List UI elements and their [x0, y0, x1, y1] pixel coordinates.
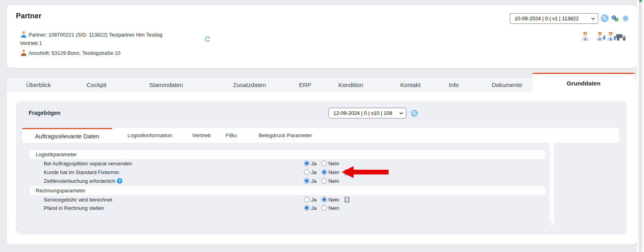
- person-download-icon[interactable]: [596, 31, 606, 41]
- radio-ja[interactable]: [304, 205, 309, 211]
- chevron-down-icon: [399, 112, 403, 114]
- radio-nein-label[interactable]: Nein: [329, 178, 339, 184]
- questionnaire-version-value: 12-09-2024 | 0 | v10 | 108: [333, 110, 392, 116]
- question-row: Zeitfensterbuchung erforderlich? Ja Nein: [16, 176, 627, 185]
- subtab-auftragsrelevante-daten-active[interactable]: Auftragsrelevante Daten: [22, 128, 112, 143]
- question-row: Bei Auftragssplitten separat versenden? …: [16, 159, 627, 168]
- refresh-icon[interactable]: [204, 36, 211, 43]
- radio-ja[interactable]: [304, 178, 309, 184]
- radio-group: Ja Nein: [304, 204, 342, 212]
- tab-cockpit[interactable]: Cockpit: [87, 78, 106, 92]
- tab-kontakt[interactable]: Kontakt: [400, 78, 421, 92]
- question-row: Servicegebühr wird berechnet? Ja Nein: [16, 195, 627, 204]
- question-row: Pfand in Rechnung stellen? Ja Nein: [16, 204, 627, 212]
- radio-ja-label[interactable]: Ja: [311, 169, 317, 175]
- subtab-logistikinformation[interactable]: Logistikinformation: [128, 128, 172, 143]
- chevron-down-icon: [591, 17, 595, 20]
- partner-person-icon: [21, 31, 27, 38]
- question-row: Kunde hat im Standard Fixtermin? Ja Nein: [16, 168, 627, 176]
- radio-ja-label[interactable]: Ja: [311, 161, 317, 167]
- truck-icon[interactable]: [616, 33, 627, 41]
- partner-info-line2: Vertrieb 1: [20, 40, 42, 47]
- radio-ja[interactable]: [304, 161, 309, 166]
- question-label: Servicegebühr wird berechnet?: [44, 195, 112, 204]
- tab-dokumente[interactable]: Dokumente: [492, 78, 522, 92]
- history-search-icon[interactable]: [601, 14, 609, 22]
- radio-nein-label[interactable]: Nein: [329, 197, 339, 203]
- version-dropdown-value: 10-09-2024 | 0 | v1 | 113822: [514, 16, 579, 21]
- radio-ja[interactable]: [304, 197, 309, 202]
- person-icon[interactable]: [581, 31, 590, 41]
- page-scrollbar-track: [637, 0, 644, 252]
- address-person-icon: [21, 49, 27, 56]
- subtab-belegdruck-parameter[interactable]: Belegdruck Parameter: [259, 128, 312, 143]
- tab-ueberblick[interactable]: Überblick: [26, 78, 51, 92]
- radio-nein[interactable]: [321, 161, 327, 166]
- app-canvas: Partner 10-09-2024 | 0 | v1 | 113822 Par…: [0, 0, 644, 252]
- question-label: Bei Auftragssplitten separat versenden?: [44, 159, 132, 168]
- radio-ja-label[interactable]: Ja: [311, 205, 317, 211]
- delete-icon[interactable]: [344, 169, 350, 175]
- disc-icon[interactable]: [622, 15, 629, 22]
- radio-group: Ja Nein: [304, 159, 342, 168]
- address-info-line: Anschrift: 53129 Bonn, Testlogstraße 10: [29, 50, 120, 56]
- radio-nein[interactable]: [321, 205, 327, 211]
- partner-info-line1: Partner: 108700221 (SID: 113822) Testpar…: [29, 32, 162, 38]
- subtab-fibu[interactable]: FiBu: [226, 128, 237, 143]
- radio-group: Ja Nein: [304, 176, 342, 185]
- main-tabstrip: Überblick Cockpit Stammdaten Zusatzdaten…: [7, 78, 547, 92]
- subtab-vertrieb[interactable]: Vertrieb: [192, 128, 211, 143]
- questionnaire-version-dropdown[interactable]: 12-09-2024 | 0 | v10 | 108: [329, 108, 406, 118]
- panel-scroll-gutter: [549, 143, 554, 221]
- radio-ja-label[interactable]: Ja: [311, 178, 317, 184]
- radio-nein[interactable]: [321, 169, 327, 175]
- page-title: Partner: [16, 12, 41, 20]
- tab-zusatzdaten[interactable]: Zusatzdaten: [233, 78, 266, 92]
- radio-ja[interactable]: [304, 169, 309, 175]
- radio-nein-label[interactable]: Nein: [329, 169, 339, 175]
- radio-nein-label[interactable]: Nein: [329, 205, 339, 211]
- tab-stammdaten[interactable]: Stammdaten: [149, 78, 183, 92]
- panel-resize-handle[interactable]: [549, 221, 554, 225]
- fragebogen-panel: Fragebögen 12-09-2024 | 0 | v10 | 108 Au…: [16, 101, 627, 235]
- radio-nein[interactable]: [321, 197, 327, 202]
- page-scrollbar-thumb[interactable]: [639, 0, 642, 252]
- main-content-card: Überblick Cockpit Stammdaten Zusatzdaten…: [7, 78, 637, 244]
- questionnaire-history-search-icon[interactable]: [411, 110, 418, 117]
- question-label: Zeitfensterbuchung erforderlich?: [44, 176, 122, 185]
- radio-group: Ja Nein: [304, 195, 350, 204]
- section-header-rechnungsparameter: Rechnungsparameter: [30, 186, 545, 195]
- person-upload-icon[interactable]: [606, 31, 617, 41]
- tab-erp[interactable]: ERP: [299, 78, 311, 92]
- clipped-icon-fragment: [639, 0, 642, 2]
- tab-grunddaten-active[interactable]: Grunddaten: [532, 73, 635, 92]
- partner-header-card: Partner 10-09-2024 | 0 | v1 | 113822 Par…: [7, 5, 637, 68]
- radio-ja-label[interactable]: Ja: [311, 197, 317, 203]
- radio-nein[interactable]: [321, 178, 327, 184]
- help-icon[interactable]: ?: [117, 178, 122, 184]
- fragebogen-title: Fragebögen: [29, 110, 60, 116]
- sub-tabstrip: Auftragsrelevante Daten Logistikinformat…: [22, 128, 619, 143]
- version-dropdown[interactable]: 10-09-2024 | 0 | v1 | 113822: [510, 13, 598, 24]
- radio-group: Ja Nein: [304, 168, 350, 176]
- tab-kondition[interactable]: Kondition: [338, 78, 364, 92]
- question-label: Pfand in Rechnung stellen?: [44, 204, 104, 212]
- tab-info[interactable]: Info: [449, 78, 458, 92]
- section-header-logistikparameter: Logistikparameter: [30, 150, 545, 159]
- question-label: Kunde hat im Standard Fixtermin?: [44, 168, 119, 176]
- settings-gears-icon[interactable]: [611, 14, 619, 22]
- delete-icon[interactable]: [344, 197, 350, 203]
- radio-nein-label[interactable]: Nein: [329, 161, 339, 167]
